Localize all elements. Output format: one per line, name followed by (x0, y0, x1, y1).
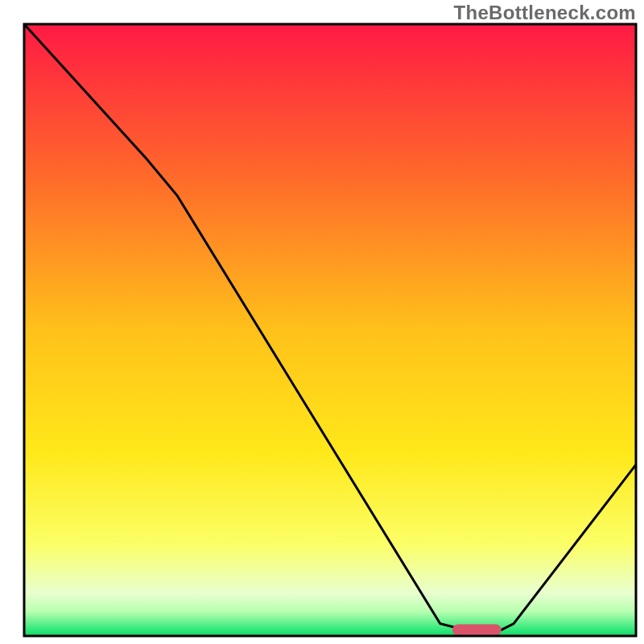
plot-background (24, 24, 636, 636)
bottleneck-chart (0, 0, 644, 644)
chart-container: TheBottleneck.com (0, 0, 644, 644)
optimal-range-marker (452, 624, 502, 635)
